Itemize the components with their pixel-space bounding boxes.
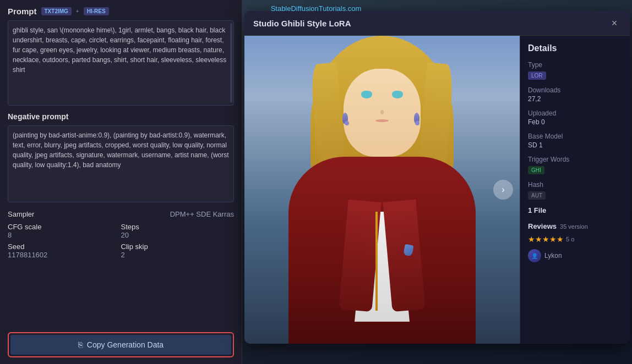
user-row: 👤 Lykon <box>528 249 622 262</box>
copy-generation-data-button[interactable]: ⎘ Copy Generation Data <box>10 335 231 355</box>
details-panel: Details Type LOR Downloads 27,2 Uploaded <box>520 36 630 344</box>
negative-label: Negative prompt <box>8 112 234 121</box>
downloads-row: Downloads 27,2 <box>528 86 622 103</box>
copy-btn-wrapper: ⎘ Copy Generation Data <box>8 332 234 357</box>
sampler-value: DPM++ SDE Karras <box>170 210 234 218</box>
next-image-button[interactable]: › <box>493 180 513 200</box>
prompt-text: ghibli style, san \(mononoke hime\), 1gi… <box>13 26 226 74</box>
left-panel: Prompt TXT2IMG + HI-RES ghibli style, sa… <box>0 0 242 364</box>
hash-key: Hash <box>528 181 622 189</box>
main-layout: Prompt TXT2IMG + HI-RES ghibli style, sa… <box>0 0 632 364</box>
downloads-value: 27,2 <box>528 95 622 103</box>
reviews-stars: ★★★★★ <box>528 235 564 244</box>
params-grid: CFG scale 8 Steps 20 Seed 1178811602 Cli… <box>8 223 234 259</box>
files-title: 1 File <box>528 206 622 214</box>
badge-hires: HI-RES <box>84 7 109 15</box>
uploaded-row: Uploaded Feb 0 <box>528 109 622 126</box>
prompt-header: Prompt TXT2IMG + HI-RES <box>8 7 234 16</box>
modal-header: Studio Ghibli Style LoRA × <box>244 11 630 36</box>
seed-label: Seed <box>8 242 121 251</box>
copy-btn-label: Copy Generation Data <box>87 340 164 349</box>
scrollbar-prompt[interactable] <box>230 23 232 103</box>
clip-label: Clip skip <box>121 242 235 251</box>
clip-value: 2 <box>121 251 235 259</box>
details-section-title: Details <box>528 43 622 53</box>
modal-title: Studio Ghibli Style LoRA <box>253 19 351 28</box>
badge-txt2img: TXT2IMG <box>41 7 72 15</box>
nav-arrow-icon: › <box>502 185 504 195</box>
cfg-label: CFG scale <box>8 223 121 231</box>
base-model-row: Base Model SD 1 <box>528 133 622 149</box>
trigger-words-row: Trigger Words GHI <box>528 156 622 174</box>
hash-row: Hash AUT <box>528 181 622 200</box>
reviews-sub: 35 version <box>560 223 588 230</box>
type-key: Type <box>528 61 622 69</box>
modal-overlay: Studio Ghibli Style LoRA × <box>242 0 632 364</box>
hash-badge: AUT <box>528 191 546 200</box>
prompt-text-area: ghibli style, san \(mononoke hime\), 1gi… <box>8 20 234 106</box>
cfg-value: 8 <box>8 231 121 239</box>
seed-item: Seed 1178811602 <box>8 242 121 259</box>
copy-icon: ⎘ <box>78 340 83 349</box>
user-name: Lykon <box>544 252 562 260</box>
steps-value: 20 <box>121 231 235 239</box>
sampler-row: Sampler DPM++ SDE Karras <box>8 210 234 218</box>
image-panel: › <box>244 36 520 344</box>
char-eye-left <box>361 91 372 98</box>
char-eye-right <box>392 91 403 98</box>
character-illustration <box>244 36 520 344</box>
reviews-section: Reviews 35 version ★★★★★ 5 o <box>528 222 622 244</box>
avatar-icon: 👤 <box>531 253 538 259</box>
type-row: Type LOR <box>528 61 622 80</box>
uploaded-value: Feb 0 <box>528 118 622 126</box>
steps-item: Steps 20 <box>121 223 235 239</box>
reviews-rating: 5 o <box>566 236 574 242</box>
modal-close-button[interactable]: × <box>608 16 621 30</box>
reviews-title: Reviews <box>528 222 557 230</box>
user-avatar: 👤 <box>528 249 541 262</box>
seed-value: 1178811602 <box>8 251 121 259</box>
uploaded-key: Uploaded <box>528 109 622 117</box>
files-section: 1 File <box>528 206 622 214</box>
steps-label: Steps <box>121 223 235 231</box>
negative-text: (painting by bad-artist-anime:0.9), (pai… <box>13 131 229 169</box>
negative-text-area: (painting by bad-artist-anime:0.9), (pai… <box>8 125 234 202</box>
downloads-key: Downloads <box>528 86 622 94</box>
base-model-value: SD 1 <box>528 141 622 149</box>
modal-card: Studio Ghibli Style LoRA × <box>244 11 630 344</box>
base-model-key: Base Model <box>528 133 622 140</box>
modal-body: › Details Type LOR Downloads 27,2 <box>244 36 630 344</box>
type-badge: LOR <box>528 71 546 80</box>
prompt-title: Prompt <box>8 7 37 16</box>
trigger-words-badge[interactable]: GHI <box>528 166 544 174</box>
cfg-item: CFG scale 8 <box>8 223 121 239</box>
sampler-label: Sampler <box>8 210 34 218</box>
trigger-words-key: Trigger Words <box>528 156 622 163</box>
clip-item: Clip skip 2 <box>121 242 235 259</box>
